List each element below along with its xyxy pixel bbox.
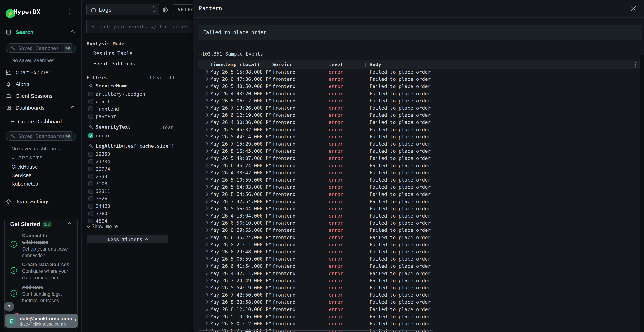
event-row[interactable]: May 26 5:45:32.000 PMfrontenderrorFailed… [193,126,644,133]
event-row[interactable]: May 26 6:29:48.000 PMfrontenderrorFailed… [193,248,644,256]
event-row[interactable]: May 26 4:43:20.000 PMfrontenderrorFailed… [193,90,644,97]
chevron-right-icon[interactable] [204,106,208,110]
sidebar-item-dashboards[interactable]: Dashboards [0,104,82,112]
event-row[interactable]: May 26 8:16:45.000 PMfrontenderrorFailed… [193,148,644,155]
filter-option[interactable]: email [88,98,110,105]
search-icon[interactable] [89,144,93,148]
search-icon[interactable] [89,84,93,88]
checkbox[interactable] [88,211,93,216]
get-started-item-connect[interactable]: Connect to ClickHouse Set up your databa… [10,232,73,259]
chevron-right-icon[interactable] [204,228,208,232]
chevron-right-icon[interactable] [204,171,208,174]
chevron-right-icon[interactable] [204,308,208,311]
chevron-right-icon[interactable] [204,156,208,160]
mode-event-patterns[interactable]: Event Patterns [86,59,162,69]
chevron-right-icon[interactable] [204,221,208,225]
chevron-right-icon[interactable] [204,178,208,182]
event-row[interactable]: May 26 7:15:29.000 PMfrontenderrorFailed… [193,140,644,148]
event-row[interactable]: May 26 7:24:49.000 PMfrontenderrorFailed… [193,277,644,284]
chevron-right-icon[interactable] [204,315,208,318]
less-filters-button[interactable]: Less filters [86,235,168,244]
chevron-up-icon[interactable] [68,222,72,226]
checkbox[interactable] [88,152,93,156]
mode-results-table[interactable]: Results Table [86,48,162,58]
search-icon[interactable] [89,125,93,129]
chevron-right-icon[interactable] [204,113,208,117]
horizontal-scrollbar[interactable] [198,330,433,332]
checkbox[interactable] [88,106,93,111]
filter-option[interactable]: 32311 [88,188,110,195]
source-settings-gear-icon[interactable] [162,7,168,14]
event-row[interactable]: May 26 4:30:36.000 PMfrontenderrorFailed… [193,119,644,126]
chevron-right-icon[interactable] [204,250,208,254]
checkbox[interactable] [88,174,93,179]
preset-clickhouse[interactable]: ClickHouse [12,164,38,170]
collapse-sidebar-icon[interactable] [69,8,75,14]
event-row[interactable]: May 26 7:42:50.000 PMfrontenderrorFailed… [193,292,644,298]
create-dashboard-button[interactable]: Create Dashboard [0,118,82,125]
chevron-right-icon[interactable] [204,70,208,74]
checkbox-checked[interactable] [88,133,93,138]
event-row[interactable]: May 26 6:56:10.000 PMfrontenderrorFailed… [193,220,644,227]
chevron-right-icon[interactable] [204,128,208,131]
chevron-right-icon[interactable] [204,257,208,261]
filter-option[interactable]: error [88,132,110,139]
chevron-right-icon[interactable] [204,84,208,88]
filter-option[interactable]: 29081 [88,180,110,188]
chevron-right-icon[interactable] [204,92,208,95]
event-row[interactable]: May 26 8:12:10.000 PMfrontenderrorFailed… [193,306,644,313]
chevron-right-icon[interactable] [204,192,208,196]
filter-option[interactable]: 34423 [88,202,110,210]
filter-option[interactable]: 33261 [88,195,110,202]
chevron-right-icon[interactable] [204,77,208,81]
chevron-right-icon[interactable] [204,99,208,102]
checkbox[interactable] [88,114,93,119]
sidebar-item-team-settings[interactable]: Team Settings [0,198,82,205]
chevron-right-icon[interactable] [204,286,208,290]
checkbox[interactable] [88,218,93,224]
chevron-right-icon[interactable] [204,120,208,124]
sidebar-item-chart-explorer[interactable]: Chart Explorer [0,69,82,76]
chevron-up-icon[interactable] [71,106,75,110]
event-row[interactable]: May 26 4:38:47.000 PMfrontenderrorFailed… [193,169,644,176]
event-row[interactable]: May 26 5:54:19.000 PMfrontenderrorFailed… [193,284,644,292]
user-account-chip[interactable]: D dale@clickhouse.com dale@clickhouse.co… [5,314,78,328]
chevron-right-icon[interactable] [204,207,208,210]
chevron-right-icon[interactable] [204,279,208,282]
saved-dashboards-input[interactable]: Saved Dashboards ⌘K [6,132,76,141]
chevron-right-icon[interactable] [204,142,208,146]
checkbox[interactable] [88,92,93,96]
event-row[interactable]: May 26 5:44:14.000 PMfrontenderrorFailed… [193,133,644,140]
chevron-right-icon[interactable] [204,135,208,138]
checkbox[interactable] [88,99,93,104]
event-row[interactable]: May 26 5:48:50.000 PMfrontenderrorFailed… [193,83,644,90]
vertical-scrollbar[interactable] [640,56,644,332]
event-row[interactable]: May 26 5:10:36.000 PMfrontenderrorFailed… [193,313,644,320]
sidebar-item-alerts[interactable]: Alerts [0,80,82,88]
event-row[interactable]: May 26 7:13:26.000 PMfrontenderrorFailed… [193,104,644,112]
event-row[interactable]: May 26 6:09:55.000 PMfrontenderrorFailed… [193,227,644,234]
chevron-right-icon[interactable] [204,300,208,304]
event-row[interactable]: May 26 5:49:07.000 PMfrontenderrorFailed… [193,155,644,162]
preset-kubernetes[interactable]: Kubernetes [12,181,38,187]
event-row[interactable]: May 26 7:42:54.000 PMfrontenderrorFailed… [193,198,644,205]
presets-toggle[interactable]: PRESETS [12,155,43,160]
clear-link[interactable]: Clear [160,125,173,130]
checkbox[interactable] [88,196,93,201]
chevron-right-icon[interactable] [204,272,208,275]
event-row[interactable]: May 26 8:06:17.000 PMfrontenderrorFailed… [193,97,644,104]
chevron-up-icon[interactable] [71,30,75,34]
get-started-item-sources[interactable]: Create Data Sources Configure where your… [10,261,73,281]
filter-option[interactable]: 22974 [88,165,110,172]
filter-option[interactable]: frontend [88,105,119,112]
event-row[interactable]: May 26 5:05:59.000 PMfrontenderrorFailed… [193,256,644,262]
chevron-right-icon[interactable] [204,200,208,203]
checkbox[interactable] [88,166,93,171]
event-row[interactable]: May 26 6:12:19.000 PMfrontenderrorFailed… [193,112,644,119]
event-row[interactable]: May 26 5:15:08.000 PMfrontenderrorFailed… [193,68,644,76]
event-row[interactable]: May 26 5:54:03.000 PMfrontenderrorFailed… [193,184,644,191]
chevron-right-icon[interactable] [204,293,208,296]
filter-option[interactable]: 2333 [88,173,107,180]
event-row[interactable]: May 26 5:10:59.000 PMfrontenderrorFailed… [193,176,644,184]
chevron-right-icon[interactable] [204,322,208,326]
